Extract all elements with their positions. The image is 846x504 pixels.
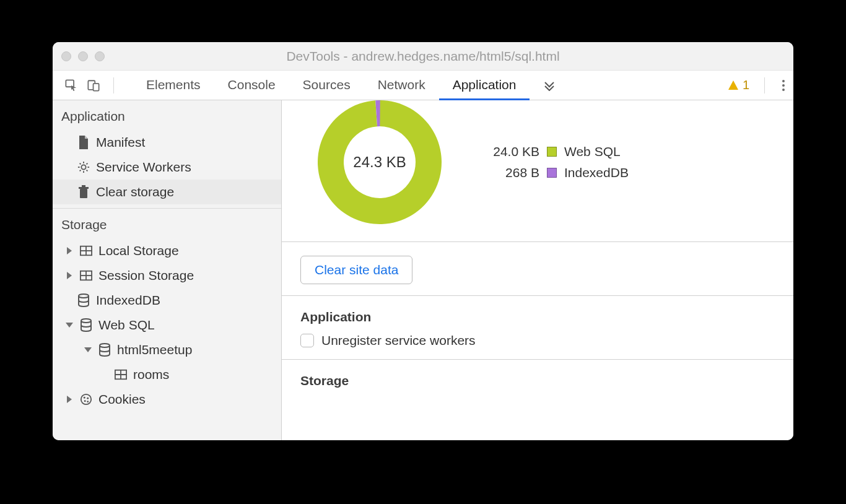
sidebar-item-websql-table[interactable]: rooms [53, 362, 281, 387]
database-icon [80, 319, 92, 331]
legend-swatch [547, 168, 557, 178]
sidebar-item-local-storage[interactable]: Local Storage [53, 238, 281, 263]
svg-point-28 [84, 397, 85, 399]
trash-icon [77, 186, 90, 198]
sidebar-item-service-workers[interactable]: Service Workers [53, 155, 281, 180]
table-icon [115, 368, 127, 381]
storage-usage: 24.3 KB 24.0 KB Web SQL 268 B IndexedDB [282, 100, 793, 242]
titlebar: DevTools - andrew.hedges.name/html5/sql.… [53, 42, 793, 71]
svg-rect-2 [94, 83, 99, 90]
sidebar-item-clear-storage[interactable]: Clear storage [53, 180, 281, 204]
minimize-icon[interactable] [78, 51, 88, 61]
tab-sources[interactable]: Sources [289, 71, 364, 100]
chevron-right-icon [67, 247, 72, 254]
checkbox-label: Unregister service workers [321, 333, 476, 348]
unregister-sw-checkbox[interactable]: Unregister service workers [300, 333, 775, 348]
legend-value: 268 B [484, 165, 539, 180]
window-title: DevTools - andrew.hedges.name/html5/sql.… [53, 49, 793, 64]
gear-icon [77, 161, 90, 173]
table-icon [80, 269, 92, 282]
sidebar-item-label: Web SQL [98, 318, 155, 332]
tab-network[interactable]: Network [364, 71, 439, 100]
content-panel: 24.3 KB 24.0 KB Web SQL 268 B IndexedDB [282, 100, 793, 440]
chevron-right-icon [67, 272, 72, 279]
sidebar-item-label: Clear storage [96, 185, 174, 199]
svg-point-21 [79, 294, 89, 298]
legend-value: 24.0 KB [484, 144, 539, 159]
sidebar: Application Manifest Service Workers Cle… [53, 100, 282, 440]
legend-item: 24.0 KB Web SQL [484, 144, 629, 159]
database-icon [98, 344, 111, 356]
sidebar-group-application: Application [53, 100, 281, 130]
clear-site-data-section: Clear site data [282, 242, 793, 296]
sidebar-item-cookies[interactable]: Cookies [53, 387, 281, 412]
tabs-overflow[interactable] [530, 71, 569, 100]
storage-total: 24.3 KB [313, 100, 447, 229]
table-icon [80, 245, 92, 257]
svg-rect-13 [79, 187, 89, 189]
svg-point-23 [100, 344, 110, 347]
sidebar-item-manifest[interactable]: Manifest [53, 130, 281, 155]
warning-count: 1 [743, 78, 749, 92]
sidebar-item-indexeddb[interactable]: IndexedDB [53, 288, 281, 313]
more-menu-icon[interactable] [780, 77, 787, 93]
sidebar-item-label: rooms [133, 367, 169, 382]
svg-line-11 [87, 163, 88, 165]
legend-label: Web SQL [564, 144, 621, 159]
sidebar-group-storage: Storage [53, 209, 281, 238]
svg-point-29 [87, 398, 89, 399]
inspect-icon[interactable] [65, 79, 77, 92]
devtools-toolbar: Elements Console Sources Network Applica… [53, 71, 793, 100]
file-icon [77, 136, 90, 149]
sidebar-item-label: html5meetup [117, 342, 192, 357]
legend-label: IndexedDB [564, 165, 629, 180]
separator [764, 77, 765, 93]
clear-site-data-button[interactable]: Clear site data [300, 256, 412, 284]
chevron-down-icon [84, 347, 92, 352]
sidebar-item-label: Service Workers [96, 160, 191, 175]
checkbox-icon [300, 334, 314, 347]
separator [113, 77, 114, 93]
svg-line-8 [80, 163, 81, 165]
svg-rect-0 [66, 80, 74, 87]
tab-elements[interactable]: Elements [133, 71, 214, 100]
svg-line-10 [80, 170, 81, 172]
cookie-icon [80, 393, 92, 406]
svg-rect-14 [82, 185, 85, 187]
zoom-icon[interactable] [95, 51, 105, 61]
close-icon[interactable] [61, 51, 71, 61]
warnings-badge[interactable]: 1 [728, 78, 749, 92]
storage-section: Storage [282, 360, 793, 408]
traffic-lights [61, 51, 105, 61]
tab-strip: Elements Console Sources Network Applica… [133, 71, 569, 100]
sidebar-item-label: Cookies [98, 392, 146, 407]
sidebar-item-session-storage[interactable]: Session Storage [53, 263, 281, 288]
svg-point-3 [81, 165, 85, 169]
devtools-window: DevTools - andrew.hedges.name/html5/sql.… [53, 42, 793, 440]
storage-donut-chart: 24.3 KB [313, 100, 447, 229]
svg-point-27 [81, 394, 91, 404]
tab-console[interactable]: Console [214, 71, 289, 100]
device-toggle-icon[interactable] [87, 79, 100, 92]
svg-rect-12 [80, 189, 87, 198]
svg-point-31 [87, 401, 89, 402]
sidebar-item-label: IndexedDB [96, 293, 160, 308]
application-section: Application Unregister service workers [282, 296, 793, 360]
sidebar-item-websql-db[interactable]: html5meetup [53, 337, 281, 362]
sidebar-item-websql[interactable]: Web SQL [53, 313, 281, 337]
svg-point-30 [84, 400, 86, 402]
legend-swatch [547, 147, 557, 157]
section-title: Application [300, 310, 775, 324]
chevron-down-icon [66, 323, 73, 328]
storage-legend: 24.0 KB Web SQL 268 B IndexedDB [484, 144, 629, 180]
sidebar-item-label: Manifest [96, 135, 145, 150]
svg-point-22 [81, 319, 91, 323]
sidebar-item-label: Local Storage [98, 243, 179, 258]
section-title: Storage [300, 373, 775, 388]
database-icon [77, 294, 90, 306]
sidebar-item-label: Session Storage [98, 268, 194, 283]
tab-application[interactable]: Application [439, 71, 530, 100]
legend-item: 268 B IndexedDB [484, 165, 629, 180]
chevron-right-icon [67, 396, 72, 403]
svg-line-9 [87, 170, 88, 172]
